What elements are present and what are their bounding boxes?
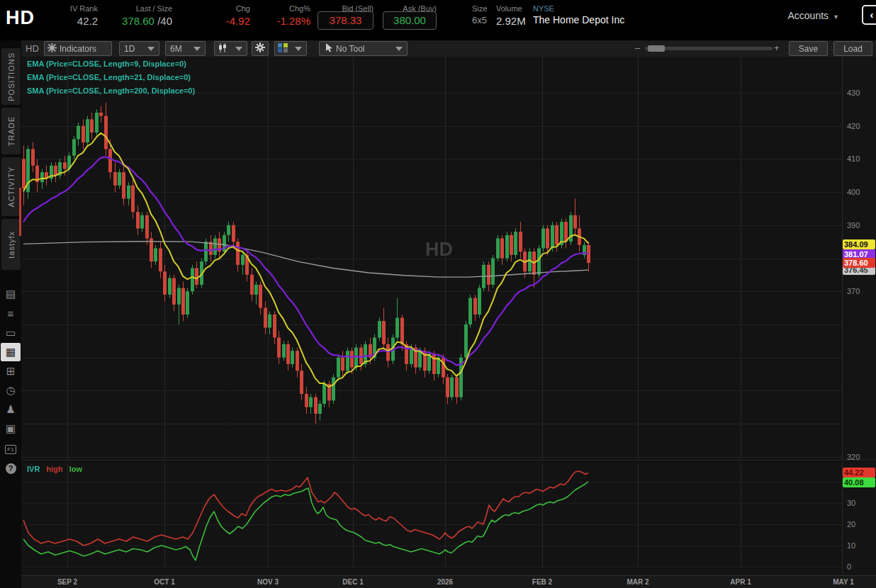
ask-button[interactable]: 380.00 [383,11,437,30]
sidebar-tab-label: POSITIONS [7,52,16,101]
ema9-legend: EMA (Price=CLOSE, Length=9, Displace=0) [27,60,195,68]
size-label: Size [472,4,487,13]
time-axis[interactable]: SEP 2OCT 1NOV 3DEC 12026FEB 2MAR 2APR 1M… [0,575,876,588]
timeframe-dropdown[interactable]: 1D [119,41,159,56]
load-button[interactable]: Load [833,41,872,56]
ivr-high-label: high [46,465,62,473]
time-tick-feb-2: FEB 2 [532,578,552,586]
indicators-button[interactable]: Indicators [44,41,112,56]
price-tick-430: 430 [847,89,860,97]
apps-grid-icon-glyph: ⊞ [6,365,16,377]
price-tick-370: 370 [847,287,860,295]
calendar-icon[interactable]: ▣ [0,419,21,438]
sidebar-tab-tastyfx[interactable]: tastyfx [1,219,21,270]
price-axis[interactable]: 430420410400390380370360350340330320 384… [842,57,876,575]
layout-grid-icon [278,43,288,55]
chevron-down-icon [193,47,201,51]
time-tick-oct-1: OCT 1 [154,578,174,586]
layout-grid-dropdown[interactable] [274,41,307,56]
history-icon[interactable]: ◷ [0,381,21,400]
ivr-tick-0: 0 [847,562,851,571]
ivr-high-tag: 44.22 [843,468,875,477]
ivr-low-tag: 40.08 [843,477,875,487]
chart-note-icon[interactable]: ▤ [0,285,21,303]
trading-app: HD IV Rank42.2Last / Size378.60 /40Chg-4… [0,0,876,588]
zoom-slider-handle[interactable] [648,45,665,52]
indicators-label: Indicators [60,44,96,54]
volume-value: 2.92M [496,15,526,27]
time-tick-nov-3: NOV 3 [257,578,279,586]
collapse-panel-button[interactable]: ‹ [862,5,876,25]
time-tick-may-1: MAY 1 [833,578,853,586]
chart-toolbar: HD Indicators 1D 6M [21,40,876,57]
chevron-down-icon: ▼ [833,13,839,21]
stat-label: Last / Size [122,4,172,13]
range-value: 6M [170,44,182,54]
time-tick-sep-2: SEP 2 [57,578,77,586]
volume-stat: Volume 2.92M [496,4,526,27]
apps-grid-icon[interactable]: ⊞ [0,362,21,380]
symbol-title: HD [6,7,35,29]
chart-grid-icon-glyph: ▦ [6,346,16,358]
sidebar-tab-activity[interactable]: ACTIVITY [1,157,21,216]
symbol-watermark: HD [425,239,453,261]
price-tick-400: 400 [847,188,860,196]
zoom-in-button[interactable]: + [774,43,780,53]
follow-traders-icon[interactable]: ♟ [0,400,21,419]
indicators-icon [47,43,57,55]
chart-type-dropdown[interactable] [214,41,247,56]
price-tick-390: 390 [847,221,860,230]
gear-icon [255,43,265,55]
watchlist-icon[interactable]: ≡ [0,305,21,323]
accounts-label: Accounts [787,10,829,21]
time-tick-apr-1: APR 1 [730,578,751,586]
sidebar-tab-label: TRADE [7,116,16,146]
help-icon[interactable]: ? [0,458,21,477]
chevron-left-icon: ‹ [870,9,874,21]
stat-chg-: Chg%-1.28% [276,4,310,27]
stat-value: 42.2 [70,15,98,27]
history-icon-glyph: ◷ [6,384,15,396]
sma200-legend: SMA (Price=CLOSE, Length=200, Displace=0… [27,86,195,95]
price-tick-420: 420 [847,122,860,130]
activity-accent-bar [19,188,21,236]
accounts-menu[interactable]: Accounts▼ [787,10,839,21]
monitor-icon[interactable]: ▭ [0,324,21,342]
drawing-tool-value: No Tool [336,44,364,54]
stat-label: Chg [226,4,250,13]
calendar-icon-glyph: ▣ [6,422,16,434]
ivr-legend: IVR high low [27,465,82,473]
ivr-title: IVR [27,465,40,473]
stat-value: 378.60 /40 [122,15,172,27]
ema21-legend: EMA (Price=CLOSE, Length=21, Displace=0) [27,73,195,81]
save-button[interactable]: Save [789,41,828,56]
watchlist-icon-glyph: ≡ [8,307,14,320]
size-stat: Size 6x5 [472,4,487,26]
chevron-down-icon [395,47,403,51]
pane-separator[interactable] [0,460,876,461]
chart-grid-icon[interactable]: ▦ [1,343,21,361]
stat-value: -4.92 [226,15,250,27]
company-name: The Home Depot Inc [533,14,624,26]
help-icon-glyph: ? [6,463,16,474]
range-dropdown[interactable]: 6M [165,41,206,56]
f1-box-icon[interactable]: F1 [0,439,21,457]
stat-chg: Chg-4.92 [226,4,250,27]
time-tick-dec-1: DEC 1 [342,578,363,586]
size-value: 6x5 [472,15,487,26]
chevron-down-icon [295,47,302,51]
zoom-slider[interactable] [645,47,773,50]
drawing-tool-dropdown[interactable]: No Tool [319,41,408,56]
sidebar-tab-positions[interactable]: POSITIONS [1,48,21,105]
zoom-out-button[interactable]: – [635,43,640,53]
price-chart-canvas[interactable] [21,57,842,575]
timeframe-value: 1D [124,44,135,54]
bid-button[interactable]: 378.33 [318,11,374,30]
ivr-tick-10: 10 [847,541,855,550]
sidebar-tab-trade[interactable]: TRADE [1,108,21,154]
chart-settings-button[interactable] [252,41,269,56]
last-price-tag: 378.60 [843,258,875,268]
time-tick-2026: 2026 [437,578,453,586]
chevron-down-icon [235,47,242,51]
candlestick-type-icon [218,43,228,55]
